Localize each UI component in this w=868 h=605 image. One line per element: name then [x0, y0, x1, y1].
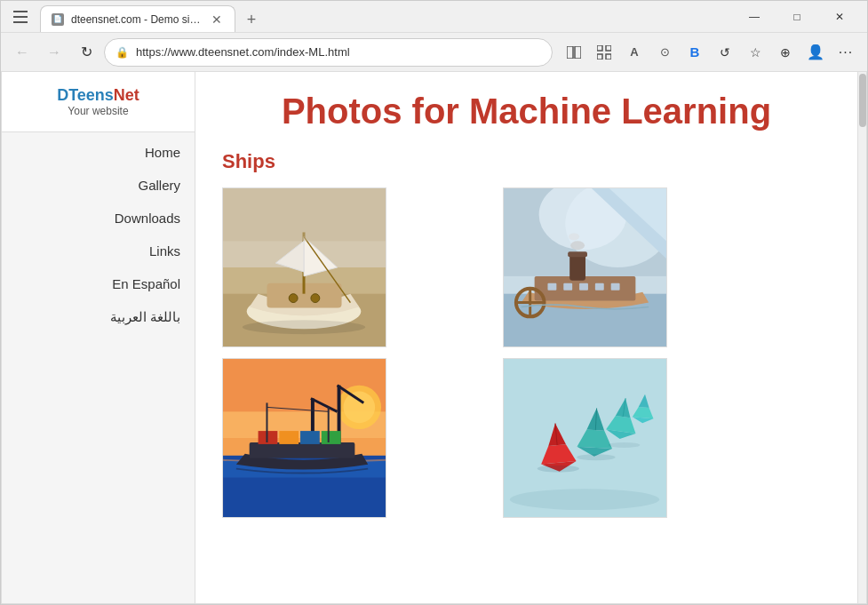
window-controls-left: [8, 4, 33, 29]
svg-rect-4: [575, 46, 581, 59]
url-text: https://www.dteensnet.com/index-ML.html: [136, 45, 541, 59]
nav-menu: Home Gallery Downloads Links En Español …: [2, 132, 195, 334]
maximize-button[interactable]: □: [776, 4, 817, 29]
more-options-button[interactable]: ···: [832, 38, 860, 67]
svg-rect-37: [611, 283, 620, 291]
sidebar: DTeensNet Your website Home Gallery Down…: [2, 72, 195, 603]
add-to-button[interactable]: ⊕: [771, 38, 800, 67]
svg-rect-52: [300, 431, 320, 444]
svg-rect-49: [250, 442, 355, 458]
nav-item-espanol[interactable]: En Español: [2, 267, 195, 300]
sync-button[interactable]: ↺: [711, 38, 739, 67]
nav-item-downloads[interactable]: Downloads: [2, 202, 195, 235]
sidebar-toggle-button[interactable]: [8, 4, 33, 29]
nav-item-links[interactable]: Links: [2, 235, 195, 267]
site-brand: DTeensNet Your website: [2, 72, 195, 132]
forward-button[interactable]: →: [40, 38, 68, 67]
navigation-bar: ← → ↻ 🔒 https://www.dteensnet.com/index-…: [1, 33, 867, 72]
svg-rect-35: [579, 283, 588, 291]
site-name-part1: DTeens: [57, 86, 114, 104]
svg-rect-26: [569, 254, 585, 281]
nav-tools: A ⊙ B ↺ ☆ ⊕ 👤 ···: [560, 38, 860, 67]
svg-point-19: [311, 294, 320, 303]
svg-point-16: [243, 320, 365, 334]
svg-point-29: [569, 233, 579, 240]
tab-title: dteensnet.com - Demo site for D...: [71, 13, 203, 26]
svg-rect-5: [597, 45, 602, 51]
new-tab-button[interactable]: +: [239, 7, 264, 32]
profile-button[interactable]: 👤: [801, 38, 830, 67]
svg-rect-3: [567, 46, 573, 59]
back-button[interactable]: ←: [8, 38, 36, 67]
address-bar[interactable]: 🔒 https://www.dteensnet.com/index-ML.htm…: [104, 38, 553, 67]
svg-rect-50: [259, 431, 278, 444]
svg-point-58: [510, 489, 659, 510]
svg-rect-8: [606, 54, 611, 60]
image-grid: [222, 187, 773, 518]
main-content: Photos for Machine Learning Ships: [195, 72, 857, 603]
reading-view-button[interactable]: ⊙: [650, 38, 679, 67]
font-size-button[interactable]: A: [620, 38, 649, 67]
nav-item-gallery[interactable]: Gallery: [2, 169, 195, 202]
tab-close-button[interactable]: ✕: [210, 12, 224, 27]
bold-b-button[interactable]: B: [681, 38, 709, 67]
scrollbar[interactable]: [857, 72, 866, 603]
svg-point-18: [289, 294, 298, 303]
svg-rect-0: [13, 11, 28, 12]
close-button[interactable]: ✕: [819, 4, 860, 29]
grid-view-button[interactable]: [590, 38, 618, 67]
svg-point-42: [344, 392, 376, 424]
favorites-button[interactable]: ☆: [741, 38, 769, 67]
nav-item-arabic[interactable]: باللغة العربية: [2, 300, 195, 334]
ship-image-3[interactable]: [222, 358, 386, 518]
svg-rect-7: [597, 54, 602, 60]
site-name: DTeensNet: [57, 86, 139, 105]
svg-rect-33: [547, 283, 556, 291]
active-tab[interactable]: 📄 dteensnet.com - Demo site for D... ✕: [40, 5, 235, 32]
window-controls: — □ ✕: [734, 4, 860, 29]
section-title: Ships: [222, 150, 831, 173]
svg-rect-36: [595, 283, 604, 291]
title-bar: 📄 dteensnet.com - Demo site for D... ✕ +…: [1, 1, 867, 33]
site-name-part2: Net: [114, 86, 139, 104]
site-tagline: Your website: [68, 105, 128, 117]
refresh-button[interactable]: ↻: [72, 38, 100, 67]
svg-rect-17: [223, 188, 386, 241]
browser-window: 📄 dteensnet.com - Demo site for D... ✕ +…: [0, 0, 868, 605]
tab-favicon-icon: 📄: [52, 13, 64, 26]
minimize-button[interactable]: —: [734, 4, 775, 29]
ship-image-4[interactable]: [503, 358, 667, 518]
svg-rect-51: [279, 431, 299, 444]
ship-image-2[interactable]: [503, 187, 667, 347]
tab-bar: 📄 dteensnet.com - Demo site for D... ✕ +: [40, 1, 730, 32]
page-title: Photos for Machine Learning: [222, 90, 831, 132]
svg-rect-27: [568, 251, 587, 257]
split-screen-button[interactable]: [560, 38, 588, 67]
ship-image-1[interactable]: [222, 187, 386, 347]
page-wrapper: DTeensNet Your website Home Gallery Down…: [1, 72, 867, 604]
nav-item-home[interactable]: Home: [2, 136, 195, 169]
svg-point-64: [609, 442, 641, 448]
svg-point-63: [577, 454, 616, 460]
lock-icon: 🔒: [115, 46, 129, 59]
svg-rect-2: [13, 21, 28, 23]
scrollbar-thumb[interactable]: [859, 74, 866, 127]
svg-rect-53: [322, 431, 341, 444]
svg-rect-34: [563, 283, 572, 291]
svg-point-62: [538, 466, 579, 473]
svg-rect-6: [606, 45, 611, 51]
svg-point-28: [570, 241, 585, 250]
svg-rect-1: [13, 16, 28, 18]
